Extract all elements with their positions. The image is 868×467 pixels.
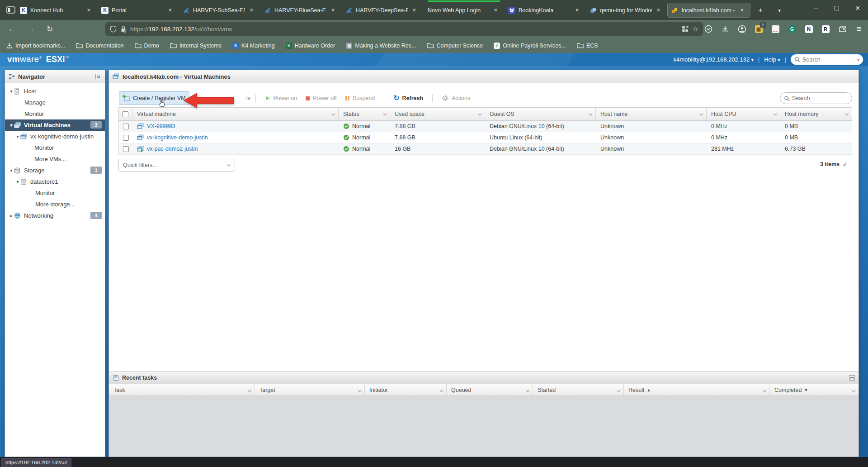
user-menu[interactable]: k4mobility@192.168.202.132 ▾ — [674, 56, 754, 63]
extensions-puzzle-icon[interactable] — [838, 24, 847, 33]
page-actions-icon[interactable] — [681, 25, 689, 33]
new-tab-button[interactable]: + — [754, 5, 767, 16]
bookmark-folder-internal-systems[interactable]: Internal Systems — [170, 43, 222, 49]
rt-column-target[interactable]: Target — [255, 384, 365, 396]
rt-column-queued[interactable]: Queued — [447, 384, 533, 396]
caret-down-icon[interactable]: ▾ — [9, 123, 14, 128]
column-menu-icon[interactable] — [699, 113, 703, 116]
lock-warning-icon[interactable] — [120, 26, 127, 33]
bookmark-folder-documentation[interactable]: Documentation — [76, 43, 123, 49]
browser-tab-qemu-img[interactable]: qemu-img for WIndow ✕ — [586, 3, 666, 18]
recent-tasks-collapse-button[interactable] — [849, 375, 855, 381]
browser-tab-harvey-deepsea[interactable]: HARVEY-DeepSea-ES12 ✕ — [342, 3, 422, 18]
nav-item-more-storage[interactable]: More storage... — [5, 199, 105, 210]
nav-item-storage-monitor[interactable]: Monitor — [5, 187, 105, 199]
tab-close-icon[interactable]: ✕ — [329, 6, 337, 14]
browser-tab-konnect-hub[interactable]: K Konnect Hub ✕ — [16, 3, 97, 18]
vm-search-box[interactable] — [780, 92, 852, 104]
vm-name-link[interactable]: vx-pac-demo2-justin — [147, 146, 198, 152]
column-header-host-cpu[interactable]: Host CPU — [707, 108, 780, 120]
vm-name-link[interactable]: VX-999993 — [147, 123, 175, 129]
browser-tab-bookingkoala[interactable]: BookingKoala ✕ — [505, 3, 585, 18]
column-header-host-memory[interactable]: Host memory — [780, 108, 852, 120]
column-header-virtual-machine[interactable]: Virtual machine — [132, 108, 339, 120]
column-menu-icon[interactable] — [763, 390, 767, 392]
column-menu-icon[interactable] — [773, 113, 777, 116]
power-off-button[interactable]: Power off — [305, 95, 337, 101]
browser-tab-harvey-bluesea[interactable]: HARVEY-BlueSea-ES12 ✕ — [260, 3, 341, 18]
bookmark-hardware-order[interactable]: XHardware Order — [286, 43, 335, 49]
power-on-button[interactable]: Power on — [265, 95, 297, 101]
downloads-icon[interactable] — [721, 24, 730, 33]
rt-column-result[interactable]: Result▲ — [624, 384, 770, 396]
caret-down-icon[interactable]: ▾ — [15, 134, 20, 139]
rt-column-task[interactable]: Task — [109, 384, 255, 396]
nav-item-host[interactable]: ▾ Host — [5, 86, 105, 97]
bookmark-k4-marketing[interactable]: SK4 Marketing — [232, 43, 275, 49]
nav-item-virtual-machines[interactable]: ▾ Virtual Machines 3 — [5, 119, 105, 131]
window-restore-button[interactable] — [826, 0, 847, 16]
recent-tasks-header[interactable]: Recent tasks — [109, 372, 859, 384]
bookmark-star-icon[interactable]: ☆ — [693, 25, 698, 33]
window-minimize-button[interactable]: – — [806, 0, 826, 16]
tab-close-icon[interactable]: ✕ — [166, 6, 175, 14]
column-header-guest-os[interactable]: Guest OS — [485, 108, 596, 120]
column-menu-icon[interactable] — [439, 390, 443, 392]
menu-hamburger-icon[interactable]: ≡ — [854, 24, 863, 33]
row-checkbox[interactable] — [119, 132, 132, 143]
bookmark-folder-ecs[interactable]: ECS — [577, 43, 598, 49]
global-search-input[interactable] — [802, 57, 855, 63]
resize-handle-icon[interactable] — [842, 162, 847, 167]
back-button[interactable]: ← — [6, 24, 17, 34]
column-header-host-name[interactable]: Host name — [596, 108, 707, 120]
shield-icon[interactable] — [110, 25, 117, 33]
column-menu-icon[interactable] — [617, 390, 621, 392]
url-bar[interactable]: https://192.168.202.132/ui/#/host/vms ☆ — [105, 22, 703, 36]
caret-down-icon[interactable]: ▾ — [9, 89, 14, 94]
bookmark-import[interactable]: Import bookmarks... — [6, 43, 65, 49]
browser-tab-portal[interactable]: K Portal ✕ — [98, 3, 178, 18]
caret-down-icon[interactable]: ▾ — [9, 168, 14, 173]
window-close-button[interactable]: ✕ — [847, 0, 868, 16]
vm-search-input[interactable] — [792, 95, 848, 101]
bookmark-making-website[interactable]: ▤Making a Website Res... — [346, 43, 416, 49]
column-menu-icon[interactable] — [358, 390, 362, 392]
tab-close-icon[interactable]: ✕ — [410, 6, 419, 14]
column-menu-icon[interactable] — [852, 390, 856, 392]
nav-item-host-manage[interactable]: Manage — [5, 97, 105, 108]
account-icon[interactable] — [737, 24, 746, 33]
nav-item-datastore1[interactable]: ▾ datastore1 — [5, 176, 105, 187]
tab-close-icon[interactable]: ✕ — [85, 6, 93, 14]
column-menu-icon[interactable] — [383, 113, 387, 116]
rt-column-initiator[interactable]: Initiator — [365, 384, 447, 396]
firefox-view-button[interactable] — [5, 5, 16, 15]
extension-r-icon[interactable]: R — [821, 24, 830, 33]
tab-close-icon[interactable]: ✕ — [573, 6, 581, 14]
help-menu[interactable]: Help ▾ — [764, 56, 780, 63]
nav-item-storage[interactable]: ▾ Storage 1 — [5, 165, 105, 176]
bookmark-folder-computer-science[interactable]: Computer Science — [427, 43, 483, 49]
vm-row-vx-999993[interactable]: VX-999993 Normal 7.88 GB Debian GNU/Linu… — [119, 121, 852, 132]
tab-close-icon[interactable]: ✕ — [654, 6, 663, 14]
refresh-button[interactable]: ↻ Refresh — [393, 95, 423, 101]
extension-avatar-icon[interactable]: ‿ — [771, 24, 780, 33]
bookmark-folder-demo[interactable]: Demo — [135, 43, 159, 49]
tab-close-icon[interactable]: ✕ — [247, 6, 256, 14]
column-menu-icon[interactable] — [331, 113, 335, 116]
vm-name-link[interactable]: vx-kognitive-demo-justin — [147, 134, 208, 141]
rt-column-completed[interactable]: Completed▼ — [770, 384, 859, 396]
caret-right-icon[interactable]: ▸ — [9, 213, 14, 218]
rt-column-started[interactable]: Started — [533, 384, 624, 396]
vm-row-vx-kognitive[interactable]: vx-kognitive-demo-justin Normal 7.88 GB … — [119, 132, 852, 143]
nav-item-vx-kognitive[interactable]: ▾ vx-kognitive-demo-justin — [5, 131, 105, 142]
suspend-button[interactable]: Suspend — [345, 95, 375, 101]
navigator-collapse-button[interactable] — [95, 74, 101, 79]
tab-list-dropdown[interactable]: ▾ — [773, 5, 786, 16]
column-menu-icon[interactable] — [589, 113, 593, 116]
quick-filters-dropdown[interactable]: Quick filters... — [118, 159, 235, 172]
vm-row-vx-pac-demo2[interactable]: vx-pac-demo2-justin Normal 16 GB Debian … — [119, 143, 852, 155]
column-menu-icon[interactable] — [478, 113, 482, 116]
global-search-box[interactable]: ▾ — [791, 54, 863, 65]
reload-button[interactable]: ↻ — [44, 24, 55, 34]
column-header-status[interactable]: Status — [339, 108, 390, 120]
